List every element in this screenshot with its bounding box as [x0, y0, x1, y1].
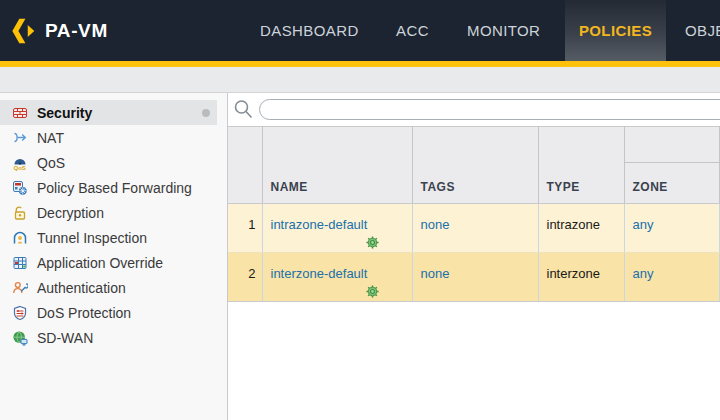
sidebar-item-label: Tunnel Inspection	[37, 230, 147, 246]
column-header-name[interactable]: NAME	[262, 127, 412, 204]
tab-policies-active[interactable]: POLICIES	[565, 0, 666, 61]
secondary-toolbar	[0, 67, 720, 93]
tab-monitor[interactable]: MONITOR	[467, 0, 540, 61]
open-padlock-icon	[12, 205, 28, 221]
sidebar-item-label: QoS	[37, 155, 65, 171]
nat-arrow-icon	[12, 130, 28, 146]
tunnel-icon	[12, 230, 28, 246]
policies-sidebar: Security NAT QoS QoS Policy Based Fo	[0, 93, 228, 420]
sidebar-item-label: Security	[37, 105, 92, 121]
rule-zone-link[interactable]: any	[633, 217, 654, 232]
sidebar-item-label: DoS Protection	[37, 305, 131, 321]
sidebar-item-policy-based-forwarding[interactable]: Policy Based Forwarding	[0, 175, 227, 200]
shield-icon	[12, 305, 28, 321]
paloalto-logo-icon	[10, 17, 38, 45]
rule-name-link[interactable]: intrazone-default	[271, 217, 368, 232]
sidebar-item-application-override[interactable]: Application Override	[0, 250, 227, 275]
rule-type-cell: intrazone	[538, 204, 624, 253]
rule-zone-link[interactable]: any	[633, 266, 654, 281]
pa-vm-web-ui: PA-VM DASHBOARD ACC MONITOR POLICIES OBJ…	[0, 0, 720, 420]
tab-dashboard[interactable]: DASHBOARD	[260, 0, 359, 61]
globe-icon	[12, 330, 28, 346]
security-rules-table: NAME TAGS TYPE ZONE 1 intrazone-default	[228, 126, 720, 302]
firewall-icon	[12, 105, 28, 121]
rule-row-2: 2 interzone-default none interzone any	[228, 253, 720, 302]
app-grid-icon	[12, 255, 28, 271]
rule-type-cell: interzone	[538, 253, 624, 302]
column-header-rownum[interactable]	[228, 127, 262, 204]
brand-logo: PA-VM	[10, 17, 108, 45]
tab-objects[interactable]: OBJECTS	[685, 0, 720, 61]
zone-column-group-header	[625, 127, 720, 163]
forwarding-icon	[12, 180, 28, 196]
rule-name-link[interactable]: interzone-default	[271, 266, 368, 281]
rule-number[interactable]: 1	[228, 204, 262, 253]
sidebar-item-label: NAT	[37, 130, 64, 146]
sidebar-item-dos-protection[interactable]: DoS Protection	[0, 300, 227, 325]
rules-search-bar	[228, 93, 720, 126]
sidebar-item-label: SD-WAN	[37, 330, 93, 346]
rule-name-cell: intrazone-default	[262, 204, 412, 253]
search-input[interactable]	[259, 99, 720, 120]
rule-tags-link[interactable]: none	[421, 266, 450, 281]
top-nav: PA-VM DASHBOARD ACC MONITOR POLICIES OBJ…	[0, 0, 720, 61]
sidebar-item-label: Authentication	[37, 280, 126, 296]
rules-panel: NAME TAGS TYPE ZONE 1 intrazone-default	[228, 93, 720, 420]
sidebar-item-label: Application Override	[37, 255, 163, 271]
column-header-zone[interactable]: ZONE	[624, 127, 720, 204]
sidebar-item-nat[interactable]: NAT	[0, 125, 227, 150]
column-header-type[interactable]: TYPE	[538, 127, 624, 204]
sidebar-item-tunnel-inspection[interactable]: Tunnel Inspection	[0, 225, 227, 250]
sidebar-item-security[interactable]: Security	[0, 100, 217, 125]
svg-text:QoS: QoS	[14, 165, 26, 171]
rule-tags-cell: none	[412, 204, 538, 253]
sidebar-item-qos[interactable]: QoS QoS	[0, 150, 227, 175]
rule-zone-cell: any	[624, 253, 720, 302]
rule-number[interactable]: 2	[228, 253, 262, 302]
rule-tags-link[interactable]: none	[421, 217, 450, 232]
selected-indicator-dot	[202, 109, 210, 117]
sidebar-item-decryption[interactable]: Decryption	[0, 200, 227, 225]
gear-icon[interactable]	[366, 285, 379, 298]
qos-gauge-icon: QoS	[12, 155, 28, 171]
rule-tags-cell: none	[412, 253, 538, 302]
sidebar-item-authentication[interactable]: Authentication	[0, 275, 227, 300]
user-wrench-icon	[12, 280, 28, 296]
search-icon	[233, 98, 254, 121]
rule-row-1: 1 intrazone-default none intrazone any	[228, 204, 720, 253]
sidebar-item-sd-wan[interactable]: SD-WAN	[0, 325, 227, 350]
gear-icon[interactable]	[366, 236, 379, 249]
sidebar-item-label: Decryption	[37, 205, 104, 221]
column-header-tags[interactable]: TAGS	[412, 127, 538, 204]
rule-name-cell: interzone-default	[262, 253, 412, 302]
rule-zone-cell: any	[624, 204, 720, 253]
tab-acc[interactable]: ACC	[396, 0, 429, 61]
sidebar-item-label: Policy Based Forwarding	[37, 180, 192, 196]
brand-name: PA-VM	[45, 20, 108, 42]
